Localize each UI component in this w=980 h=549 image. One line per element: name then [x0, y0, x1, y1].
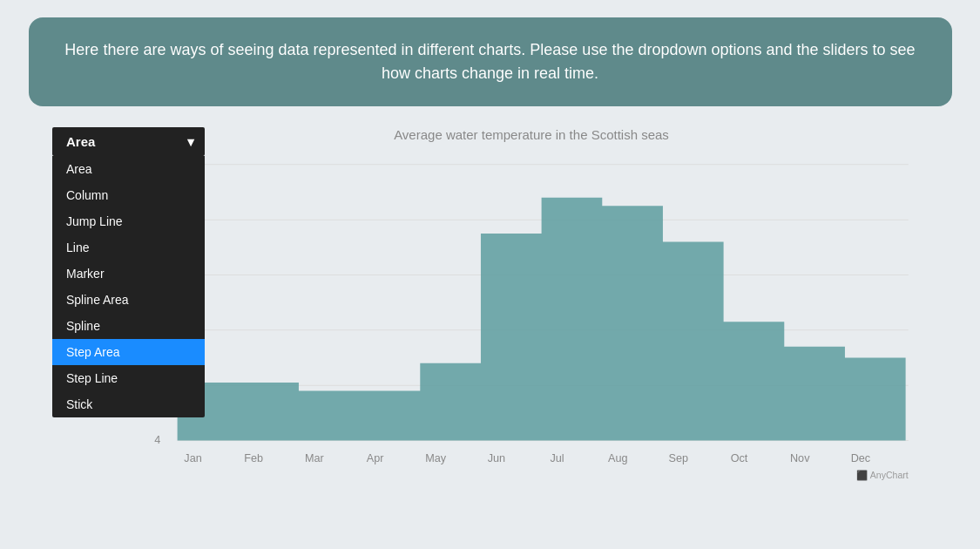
x-label-feb: Feb: [244, 452, 263, 464]
x-label-sep: Sep: [669, 452, 689, 464]
x-label-nov: Nov: [790, 452, 810, 464]
dropdown-item-stick[interactable]: Stick: [52, 391, 205, 417]
y-label-4: 4: [154, 434, 160, 446]
dropdown-item-marker[interactable]: Marker: [52, 261, 205, 287]
chart-area: Average water temperature in the Scottis…: [113, 127, 950, 502]
watermark: ⬛ AnyChart: [856, 470, 908, 481]
step-area-polygon: [178, 198, 906, 441]
x-label-jan: Jan: [184, 452, 201, 464]
dropdown-item-jump-line[interactable]: Jump Line: [52, 208, 205, 234]
info-text: Here there are ways of seeing data repre…: [64, 41, 915, 82]
dropdown-item-step-area[interactable]: Step Area: [52, 339, 205, 365]
x-label-jul: Jul: [550, 452, 564, 464]
chart-title: Average water temperature in the Scottis…: [113, 127, 950, 142]
x-label-apr: Apr: [367, 452, 384, 464]
x-label-dec: Dec: [851, 452, 871, 464]
x-label-oct: Oct: [731, 452, 748, 464]
chart-type-dropdown[interactable]: Area: [52, 127, 205, 156]
dropdown-container: Area AreaColumnJump LineLineMarkerSpline…: [52, 127, 205, 417]
dropdown-item-column[interactable]: Column: [52, 182, 205, 208]
main-area: Area AreaColumnJump LineLineMarkerSpline…: [17, 127, 963, 417]
dropdown-item-spline[interactable]: Spline: [52, 313, 205, 339]
x-label-mar: Mar: [305, 452, 324, 464]
chart-svg: 14 12 10 8 6 4 Jan Feb Mar Apr: [113, 151, 950, 482]
chart-wrapper: 14 12 10 8 6 4 Jan Feb Mar Apr: [113, 151, 950, 482]
dropdown-item-area[interactable]: Area: [52, 156, 205, 182]
x-label-may: May: [425, 452, 447, 464]
info-box: Here there are ways of seeing data repre…: [29, 17, 952, 106]
dropdown-item-line[interactable]: Line: [52, 234, 205, 261]
x-label-aug: Aug: [608, 452, 628, 464]
dropdown-item-step-line[interactable]: Step Line: [52, 365, 205, 391]
x-label-jun: Jun: [488, 452, 505, 464]
dropdown-item-spline-area[interactable]: Spline Area: [52, 287, 205, 313]
dropdown-menu: AreaColumnJump LineLineMarkerSpline Area…: [52, 156, 205, 417]
